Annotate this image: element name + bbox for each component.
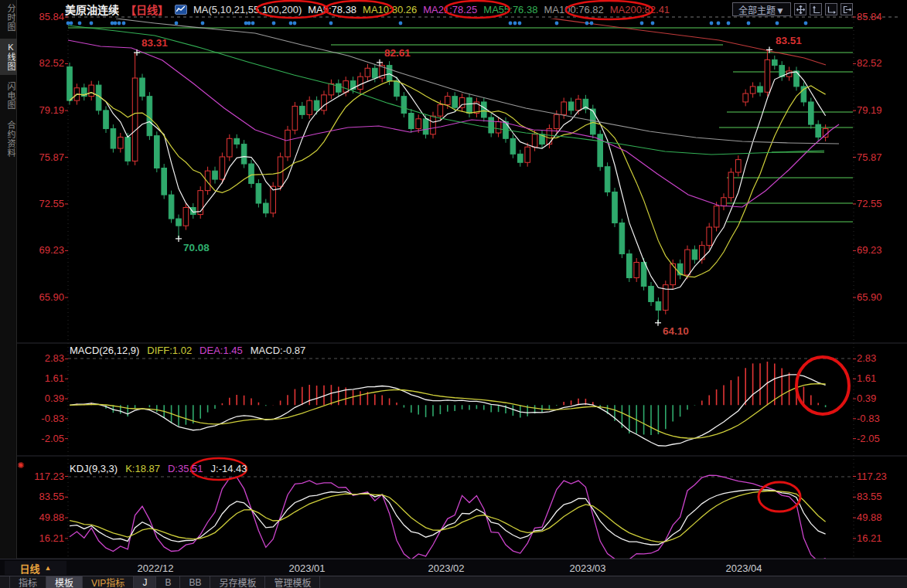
axis-scale-vertical-icon[interactable] xyxy=(810,3,822,15)
export-icon[interactable] xyxy=(841,3,853,15)
macd-dea-value: DEA:1.45 xyxy=(199,345,243,356)
ma100-value: MA100:76.82 xyxy=(544,4,603,15)
period-label: 【日线】 xyxy=(125,2,169,17)
chevron-up-icon: ▲ xyxy=(45,564,52,572)
ma200-value: MA200:82.41 xyxy=(610,4,670,15)
tab-j[interactable]: J xyxy=(134,576,156,588)
ma55-value: MA55:76.38 xyxy=(483,4,537,15)
kdj-d-value: D:35.51 xyxy=(168,463,203,474)
pan-icon[interactable] xyxy=(794,3,806,15)
x-axis-date: 2023/02 xyxy=(428,563,465,574)
kdj-k-value: K:18.87 xyxy=(125,463,160,474)
macd-diff-value: DIFF:1.02 xyxy=(147,345,192,356)
kdj-title: KDJ(9,3,3) xyxy=(70,463,118,474)
tab-save-template[interactable]: 另存模板 xyxy=(210,576,265,588)
x-axis-date: 2023/03 xyxy=(570,563,606,574)
left-sidebar: 分时图 K线图 闪电图 合约资料 xyxy=(0,0,17,559)
ma5-value: MA5:78.38 xyxy=(308,4,356,15)
tab-b[interactable]: B xyxy=(156,576,180,588)
alert-marker-icon: ✺ xyxy=(17,461,24,471)
sidebar-item-time-chart[interactable]: 分时图 xyxy=(0,0,17,36)
sidebar-item-kline-chart[interactable]: K线图 xyxy=(0,39,17,75)
ma10-value: MA10:80.26 xyxy=(363,4,417,15)
kdj-pane-header: KDJ(9,3,3)K:18.87D:35.51J:-14.43 xyxy=(70,463,255,474)
macd-macd-value: MACD:-0.87 xyxy=(251,345,306,356)
instrument-title: 美原油连续 xyxy=(65,2,119,17)
x-axis-strip: 日线 ▲ 2022/12 2023/01 2023/02 2023/03 202… xyxy=(0,559,907,576)
axis-scale-horizontal-icon[interactable] xyxy=(825,3,837,15)
macd-title: MACD(26,12,9) xyxy=(70,345,139,356)
kdj-j-value: J:-14.43 xyxy=(211,463,247,474)
x-axis-date: 2023/01 xyxy=(289,563,326,574)
tab-manage-templates[interactable]: 管理模板 xyxy=(265,576,320,588)
sidebar-item-contract-info[interactable]: 合约资料 xyxy=(0,117,17,161)
period-selector-label: 日线 xyxy=(20,561,40,576)
theme-dropdown-button[interactable]: 全部主题▼ xyxy=(732,2,791,16)
header-toolbar: 全部主题▼ xyxy=(732,2,904,16)
tab-templates[interactable]: 模板 xyxy=(46,576,83,588)
tab-indicators[interactable]: 指标 xyxy=(9,576,46,588)
chart-canvas[interactable] xyxy=(17,19,907,559)
x-axis-date: 2022/12 xyxy=(138,563,174,574)
trading-app-window: 分时图 K线图 闪电图 合约资料 美原油连续 【日线】 MA(5,10,21,5… xyxy=(0,0,907,588)
macd-pane-header: MACD(26,12,9)DIFF:1.02DEA:1.45MACD:-0.87 xyxy=(70,345,313,356)
tab-bb[interactable]: BB xyxy=(180,576,210,588)
x-axis-date: 2023/04 xyxy=(726,563,762,574)
bottom-tab-bar: 指标 模板 VIP指标 J B BB 另存模板 管理模板 xyxy=(0,576,907,588)
ma-settings-label: MA(5,10,21,55,100,200) xyxy=(193,4,302,15)
tab-vip-indicators[interactable]: VIP指标 xyxy=(83,576,134,588)
chart-header: 美原油连续 【日线】 MA(5,10,21,55,100,200) MA5:78… xyxy=(17,0,907,19)
ma21-value: MA21:78.25 xyxy=(423,4,477,15)
period-selector[interactable]: 日线 ▲ xyxy=(5,561,66,575)
chart-type-icon[interactable] xyxy=(175,5,187,15)
sidebar-item-lightning-chart[interactable]: 闪电图 xyxy=(0,78,17,114)
